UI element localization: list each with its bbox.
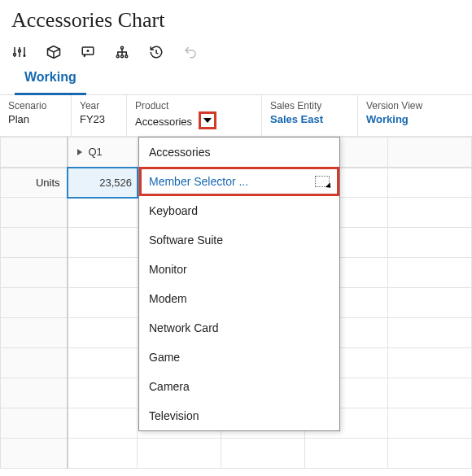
member-selector-icon <box>315 176 330 187</box>
grid-row-header-empty <box>1 378 68 408</box>
grid-row-header-empty <box>1 228 68 258</box>
grid-corner <box>1 138 68 168</box>
product-dropdown-button[interactable] <box>199 111 216 129</box>
menu-item-label: Member Selector ... <box>149 175 248 188</box>
grid-cell[interactable] <box>221 439 304 469</box>
menu-item-label: Television <box>149 409 199 422</box>
chevron-down-icon <box>203 116 212 124</box>
menu-item-network-card[interactable]: Network Card <box>139 313 339 343</box>
grid-cell[interactable] <box>68 408 138 439</box>
pov-product-value: Accessories <box>135 116 192 128</box>
grid-cell[interactable] <box>68 348 138 378</box>
menu-item-label: Game <box>149 351 180 364</box>
tab-working[interactable]: Working <box>15 63 86 95</box>
grid-col-header-empty <box>388 138 472 168</box>
history-icon[interactable] <box>148 44 164 60</box>
grid-cell[interactable] <box>388 228 472 258</box>
svg-point-1 <box>19 50 21 52</box>
menu-item-label: Network Card <box>149 321 219 334</box>
grid-cell[interactable] <box>304 439 388 469</box>
menu-item-modem[interactable]: Modem <box>139 284 339 313</box>
grid-cell[interactable] <box>68 198 138 228</box>
menu-item-accessories[interactable]: Accessories <box>139 138 339 167</box>
grid-row-header-empty <box>1 198 68 228</box>
menu-item-label: Monitor <box>149 263 187 276</box>
grid-cell[interactable] <box>68 318 138 348</box>
menu-item-member-selector[interactable]: Member Selector ... <box>139 167 339 196</box>
pov-year[interactable]: Year FY23 <box>72 95 127 136</box>
grid-row-header-empty <box>1 439 68 469</box>
grid-cell[interactable] <box>388 288 472 318</box>
grid-cell[interactable] <box>388 318 472 348</box>
grid-cell[interactable] <box>68 439 138 469</box>
svg-point-4 <box>121 46 124 49</box>
pov-entity[interactable]: Sales Entity Sales East <box>262 95 358 136</box>
svg-point-2 <box>24 55 26 57</box>
pov-product-label: Product <box>135 100 253 111</box>
grid-col-header-label: Q1 <box>89 146 103 158</box>
pov-version-label: Version View <box>366 100 464 111</box>
grid-row-header-empty <box>1 408 68 439</box>
page-title: Accessories Chart <box>0 0 472 36</box>
grid-row-header[interactable]: Units <box>1 168 68 198</box>
pov-version-value: Working <box>366 113 464 125</box>
menu-item-label: Camera <box>149 380 190 393</box>
undo-icon <box>182 44 199 60</box>
grid-row-header-empty <box>1 258 68 288</box>
grid-cell[interactable] <box>68 258 138 288</box>
grid-cell[interactable] <box>68 288 138 318</box>
menu-item-software-suite[interactable]: Software Suite <box>139 225 339 255</box>
toolbar <box>0 36 472 63</box>
menu-item-label: Modem <box>149 292 187 305</box>
tab-strip: Working <box>0 63 472 95</box>
grid-row-header-empty <box>1 288 68 318</box>
grid-cell[interactable] <box>68 378 138 408</box>
svg-point-5 <box>116 55 119 58</box>
menu-item-television[interactable]: Television <box>139 401 339 430</box>
pov-version[interactable]: Version View Working <box>358 95 472 136</box>
grid-cell[interactable] <box>388 378 472 408</box>
pov-product[interactable]: Product Accessories <box>127 95 262 136</box>
menu-item-camera[interactable]: Camera <box>139 372 339 401</box>
svg-point-0 <box>14 54 16 56</box>
menu-item-label: Keyboard <box>149 204 198 217</box>
product-dropdown-menu: Accessories Member Selector ... Keyboard… <box>138 137 340 431</box>
grid-cell[interactable] <box>388 439 472 469</box>
grid-row-header-empty <box>1 318 68 348</box>
pov-entity-value: Sales East <box>270 113 349 125</box>
grid-cell[interactable] <box>138 439 221 469</box>
grid-cell[interactable] <box>388 348 472 378</box>
grid-row-header-empty <box>1 348 68 378</box>
menu-item-game[interactable]: Game <box>139 343 339 372</box>
pov-scenario-value: Plan <box>8 113 63 125</box>
comment-icon[interactable] <box>80 44 96 60</box>
grid-cell[interactable] <box>388 198 472 228</box>
grid-cell[interactable] <box>68 228 138 258</box>
pov-scenario[interactable]: Scenario Plan <box>0 95 72 136</box>
menu-item-label: Software Suite <box>149 234 223 247</box>
expand-icon[interactable] <box>76 148 84 156</box>
sliders-icon[interactable] <box>11 44 28 60</box>
svg-point-6 <box>121 55 124 58</box>
grid-cell-selected[interactable]: 23,526 <box>68 168 138 198</box>
grid-cell[interactable] <box>388 408 472 439</box>
pov-year-label: Year <box>80 100 118 111</box>
pov-scenario-label: Scenario <box>8 100 63 111</box>
grid-cell[interactable] <box>388 168 472 198</box>
menu-item-label: Accessories <box>149 146 210 159</box>
hierarchy-icon[interactable] <box>114 44 130 60</box>
grid-col-header[interactable]: Q1 <box>68 138 138 168</box>
grid-cell[interactable] <box>388 258 472 288</box>
pov-bar: Scenario Plan Year FY23 Product Accessor… <box>0 95 472 137</box>
pov-year-value: FY23 <box>80 113 118 125</box>
pov-entity-label: Sales Entity <box>270 100 349 111</box>
svg-point-7 <box>125 55 128 58</box>
menu-item-keyboard[interactable]: Keyboard <box>139 196 339 225</box>
cube-icon[interactable] <box>46 44 62 60</box>
menu-item-monitor[interactable]: Monitor <box>139 255 339 284</box>
